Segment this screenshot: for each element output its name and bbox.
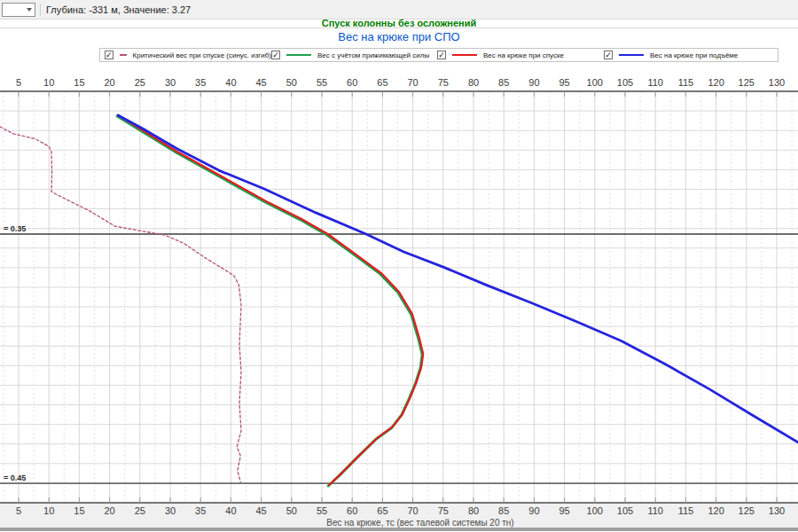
axes-layer: 5510101515202025253030353540404545505055… (0, 77, 798, 528)
x-tick-label-bottom: 10 (43, 505, 54, 516)
x-tick-label-bottom: 100 (587, 505, 603, 516)
x-tick-label-top: 115 (678, 77, 694, 88)
x-tick-label-bottom: 15 (74, 505, 84, 516)
legend-item-hook-weight-rundown[interactable]: ✓ Вес на крюке при спуске (437, 51, 604, 59)
checkbox-clamping-force[interactable]: ✓ (271, 51, 280, 59)
legend-label: Критический вес при спуске (синус. изгиб… (133, 51, 271, 59)
legend-item-clamping-force[interactable]: ✓ Вес с учётом прижимающей силы (271, 51, 437, 59)
x-tick-label-top: 65 (377, 77, 387, 88)
x-tick-label-bottom: 90 (528, 505, 539, 516)
x-tick-label-bottom: 115 (678, 505, 694, 516)
x-tick-label-top: 5 (16, 77, 21, 88)
x-tick-label-bottom: 130 (769, 505, 785, 516)
x-tick-label-bottom: 25 (135, 505, 145, 516)
legend-item-critical-weight[interactable]: ✓ Критический вес при спуске (синус. изг… (105, 51, 271, 59)
x-tick-label-bottom: 35 (195, 505, 206, 516)
x-tick-label-bottom: 5 (16, 505, 21, 516)
series-layer (0, 115, 798, 486)
x-tick-label-top: 90 (528, 77, 539, 88)
x-tick-label-top: 105 (617, 77, 633, 88)
x-tick-label-top: 130 (769, 77, 785, 88)
legend-line-sample (286, 54, 311, 56)
x-tick-label-top: 120 (708, 77, 724, 88)
x-tick-label-bottom: 105 (617, 505, 633, 516)
x-tick-label-top: 35 (195, 77, 206, 88)
checkbox-hook-weight-pullup[interactable]: ✓ (604, 51, 613, 59)
x-tick-label-bottom: 20 (104, 505, 114, 516)
x-tick-label-bottom: 45 (255, 505, 266, 516)
chart-title: Спуск колонны без осложнений (0, 20, 798, 28)
grid-layer (0, 91, 798, 503)
x-tick-label-top: 110 (647, 77, 663, 88)
legend-box: ✓ Критический вес при спуске (синус. изг… (99, 48, 778, 62)
x-tick-label-bottom: 60 (347, 505, 357, 516)
reference-line-label: = 0.35 (4, 224, 26, 233)
x-tick-label-top: 85 (498, 77, 509, 88)
x-tick-label-bottom: 95 (559, 505, 569, 516)
x-tick-label-bottom: 120 (708, 505, 724, 516)
x-tick-label-bottom: 55 (317, 505, 327, 516)
x-tick-label-top: 95 (559, 77, 569, 88)
x-tick-label-top: 25 (135, 77, 145, 88)
x-tick-label-bottom: 85 (498, 505, 509, 516)
toolbar-separator (40, 4, 41, 16)
legend-label: Вес на крюке при спуске (483, 51, 564, 59)
x-tick-label-top: 125 (739, 77, 755, 88)
series-line (118, 115, 423, 485)
x-tick-label-top: 75 (438, 77, 449, 88)
series-line (117, 116, 422, 486)
chevron-down-icon (27, 8, 32, 12)
cursor-status-text: Глубина: -331 м, Значение: 3.27 (46, 4, 191, 15)
x-tick-label-top: 40 (225, 77, 236, 88)
x-tick-label-bottom: 70 (407, 505, 418, 516)
legend-label: Вес с учётом прижимающей силы (317, 51, 429, 59)
x-tick-label-top: 30 (165, 77, 176, 88)
series-line (0, 127, 241, 482)
checkbox-critical-weight[interactable]: ✓ (105, 51, 113, 59)
x-tick-label-top: 55 (317, 77, 327, 88)
scenario-combobox[interactable] (2, 3, 35, 17)
toolbar: Глубина: -331 м, Значение: 3.27 (0, 0, 798, 20)
x-tick-label-top: 15 (74, 77, 84, 88)
x-tick-label-top: 10 (43, 77, 54, 88)
x-tick-label-bottom: 110 (647, 505, 663, 516)
legend-item-hook-weight-pullup[interactable]: ✓ Вес на крюке при подъёме (604, 51, 778, 59)
legend-label: Вес на крюке при подъёме (650, 51, 738, 59)
x-tick-label-top: 20 (104, 77, 114, 88)
chart-canvas[interactable]: = 0.35= 0.455510101515202025253030353540… (0, 68, 798, 531)
legend-line-sample (452, 54, 477, 56)
x-tick-label-top: 50 (286, 77, 297, 88)
reference-lines-layer: = 0.35= 0.45 (0, 224, 798, 483)
x-tick-label-top: 70 (407, 77, 418, 88)
x-tick-label-bottom: 30 (165, 505, 176, 516)
legend-line-sample (120, 54, 127, 56)
x-tick-label-bottom: 75 (438, 505, 449, 516)
x-tick-label-bottom: 80 (468, 505, 479, 516)
x-tick-label-bottom: 125 (739, 505, 755, 516)
x-tick-label-bottom: 65 (377, 505, 387, 516)
x-tick-label-bottom: 50 (286, 505, 297, 516)
x-tick-label-top: 100 (587, 77, 603, 88)
x-tick-label-top: 80 (468, 77, 479, 88)
x-tick-label-top: 60 (347, 77, 357, 88)
reference-line-label: = 0.45 (4, 473, 26, 482)
checkbox-hook-weight-rundown[interactable]: ✓ (437, 51, 446, 59)
x-tick-label-bottom: 40 (225, 505, 236, 516)
x-axis-title: Вес на крюке, тс (вес талевой системы 20… (326, 518, 513, 528)
legend-line-sample (619, 54, 644, 56)
chart-subtitle: Вес на крюке при СПО (0, 28, 798, 46)
window-bottom-strip (0, 528, 798, 531)
x-tick-label-top: 45 (255, 77, 266, 88)
